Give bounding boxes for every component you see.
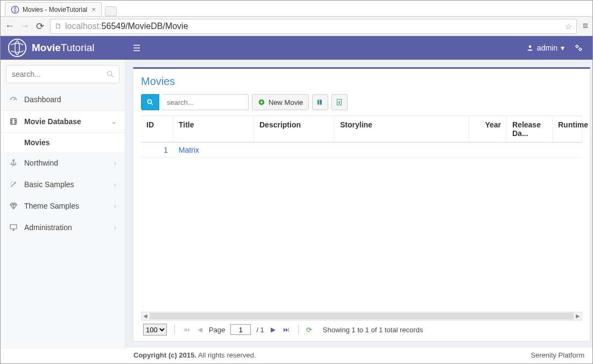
footer: Copyright (c) 2015. All rights reserved.… bbox=[126, 347, 592, 363]
search-icon bbox=[146, 98, 154, 106]
svg-rect-9 bbox=[10, 225, 17, 229]
scroll-thumb[interactable] bbox=[150, 313, 574, 319]
cell-id: 1 bbox=[141, 142, 173, 158]
svg-point-2 bbox=[9, 39, 26, 56]
pager-prev-icon[interactable]: ◀ bbox=[196, 326, 203, 333]
tab-title: Movies - MovieTutorial bbox=[23, 6, 87, 13]
grid-empty-space bbox=[141, 158, 582, 312]
col-header-storyline[interactable]: Storyline bbox=[335, 116, 469, 142]
sidebar-search-input[interactable] bbox=[12, 70, 106, 78]
col-header-title[interactable]: Title bbox=[173, 116, 254, 142]
pager-first-icon[interactable]: ⏮ bbox=[182, 326, 191, 333]
grid-header: ID Title Description Storyline Year Rele… bbox=[141, 116, 582, 142]
user-icon bbox=[526, 44, 534, 52]
sidebar-item-label: Northwind bbox=[24, 159, 58, 167]
new-movie-button[interactable]: New Movie bbox=[252, 94, 309, 110]
app-header: MovieTutorial ☰ admin ▾ bbox=[1, 36, 592, 60]
pager-next-icon[interactable]: ▶ bbox=[270, 326, 277, 333]
data-grid: ID Title Description Storyline Year Rele… bbox=[141, 116, 582, 341]
sidebar-item-theme-samples[interactable]: Theme Samples ‹ bbox=[1, 195, 125, 217]
column-picker-button[interactable] bbox=[312, 94, 328, 110]
sidebar-search[interactable] bbox=[6, 65, 119, 83]
browser-toolbar: ← → ⟳ 🗋 localhost:56549/MovieDB/Movie ☆ … bbox=[1, 17, 592, 36]
svg-point-3 bbox=[529, 45, 532, 48]
tab-close-icon[interactable]: × bbox=[91, 5, 96, 13]
sidebar-item-dashboard[interactable]: Dashboard bbox=[1, 89, 125, 110]
pager-refresh-icon[interactable]: ⟳ bbox=[306, 326, 312, 334]
chevron-left-icon: ‹ bbox=[114, 224, 116, 231]
content-area: Movies New Movie ID bbox=[125, 60, 593, 349]
pager-status: Showing 1 to 1 of 1 total records bbox=[323, 326, 423, 334]
svg-point-10 bbox=[147, 99, 151, 103]
sidebar: Dashboard Movie Database ⌄ Movies Northw… bbox=[1, 60, 125, 349]
sidebar-item-administration[interactable]: Administration ‹ bbox=[1, 217, 125, 238]
table-row[interactable]: 1 Matrix bbox=[141, 142, 582, 158]
page-icon: 🗋 bbox=[55, 22, 62, 30]
quick-search-input[interactable] bbox=[163, 94, 249, 110]
bookmark-star-icon[interactable]: ☆ bbox=[565, 22, 572, 31]
excel-icon bbox=[336, 98, 343, 106]
panel-title: Movies bbox=[141, 75, 582, 88]
gears-icon[interactable] bbox=[574, 44, 583, 52]
sidebar-item-label: Administration bbox=[24, 223, 72, 232]
cell-title[interactable]: Matrix bbox=[173, 142, 254, 158]
user-name: admin bbox=[537, 44, 557, 52]
sidebar-item-basic-samples[interactable]: Basic Samples ‹ bbox=[1, 174, 125, 195]
movies-panel: Movies New Movie ID bbox=[133, 67, 590, 341]
browser-tabs: Movies - MovieTutorial × bbox=[1, 1, 592, 17]
user-menu[interactable]: admin ▾ bbox=[526, 44, 564, 52]
anchor-icon bbox=[9, 159, 18, 167]
quick-search-button[interactable] bbox=[141, 94, 159, 110]
svg-rect-13 bbox=[320, 99, 322, 104]
platform-link[interactable]: Serenity Platform bbox=[531, 351, 584, 359]
scroll-left-icon[interactable]: ◀ bbox=[142, 312, 149, 320]
browser-tab-active[interactable]: Movies - MovieTutorial × bbox=[5, 2, 102, 16]
sidebar-toggle-icon[interactable]: ☰ bbox=[124, 43, 149, 53]
scroll-right-icon[interactable]: ▶ bbox=[574, 312, 582, 320]
col-header-id[interactable]: ID bbox=[141, 116, 173, 142]
svg-rect-7 bbox=[11, 119, 17, 125]
grid-horizontal-scrollbar[interactable]: ◀ ▶ bbox=[141, 312, 582, 320]
chrome-menu-icon[interactable]: ≡ bbox=[582, 20, 588, 32]
sidebar-item-northwind[interactable]: Northwind ‹ bbox=[1, 152, 125, 174]
panel-toolbar: New Movie bbox=[141, 94, 582, 110]
wand-icon bbox=[9, 180, 18, 189]
sidebar-item-label: Basic Samples bbox=[24, 180, 74, 189]
page-input[interactable] bbox=[230, 324, 251, 335]
reload-button[interactable]: ⟳ bbox=[35, 20, 45, 32]
cell-storyline bbox=[335, 142, 469, 158]
columns-icon bbox=[316, 98, 324, 106]
svg-point-4 bbox=[576, 45, 578, 47]
chevron-down-icon: ⌄ bbox=[111, 118, 116, 125]
address-bar[interactable]: 🗋 localhost:56549/MovieDB/Movie ☆ bbox=[50, 19, 577, 34]
excel-export-button[interactable] bbox=[331, 94, 348, 110]
diamond-icon bbox=[9, 202, 18, 210]
col-header-description[interactable]: Description bbox=[254, 116, 335, 142]
sidebar-item-label: Dashboard bbox=[24, 95, 61, 104]
new-tab-button[interactable] bbox=[105, 6, 117, 16]
pager-last-icon[interactable]: ⏭ bbox=[282, 326, 291, 333]
cell-description bbox=[254, 142, 335, 158]
col-header-year[interactable]: Year bbox=[469, 116, 507, 142]
sidebar-sub-movies[interactable]: Movies bbox=[1, 133, 125, 152]
cell-runtime bbox=[553, 142, 582, 158]
brand-text: MovieTutorial bbox=[32, 42, 95, 54]
copyright: Copyright (c) 2015. All rights reserved. bbox=[133, 351, 256, 359]
svg-point-6 bbox=[108, 72, 112, 76]
pager: 100 ⏮ ◀ Page / 1 ▶ ⏭ ⟳ Showing 1 to 1 of… bbox=[141, 320, 582, 341]
plus-circle-icon bbox=[258, 98, 265, 106]
forward-button[interactable]: → bbox=[20, 20, 30, 32]
brand[interactable]: MovieTutorial bbox=[1, 38, 124, 58]
col-header-runtime[interactable]: Runtime bbox=[553, 116, 582, 142]
sidebar-item-label: Movie Database bbox=[24, 117, 81, 126]
page-size-select[interactable]: 100 bbox=[143, 324, 167, 336]
dashboard-icon bbox=[9, 95, 18, 104]
back-button[interactable]: ← bbox=[5, 20, 15, 32]
svg-point-5 bbox=[579, 48, 581, 51]
col-header-release-date[interactable]: Release Da... bbox=[507, 116, 553, 142]
search-icon bbox=[106, 70, 115, 78]
cell-release bbox=[507, 142, 553, 158]
url-text: localhost:56549/MovieDB/Movie bbox=[65, 22, 188, 31]
sidebar-item-movie-database[interactable]: Movie Database ⌄ bbox=[1, 110, 125, 133]
chevron-left-icon: ‹ bbox=[114, 181, 116, 188]
